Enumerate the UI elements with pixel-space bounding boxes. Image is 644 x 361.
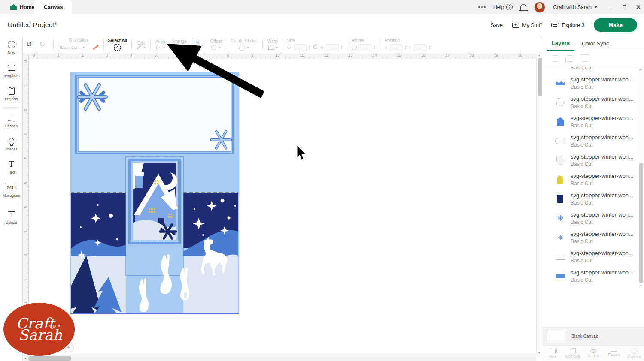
sidebar-item-text[interactable]: TText [0,156,23,179]
account-menu[interactable]: Craft with Sarah [553,4,598,10]
explore-label: Explore 3 [562,22,585,28]
layer-row[interactable]: ❋ svg-stepper-winter-won... Basic Cut [542,208,639,228]
more-menu-icon[interactable] [478,6,486,8]
slice-button[interactable]: Slice [542,346,563,361]
avatar[interactable] [534,2,545,13]
sidebar-item-projects[interactable]: Projects [0,82,23,105]
height-stepper[interactable]: ▲▼ [340,45,343,50]
layers-scrollbar[interactable]: ▲ ▼ [638,67,644,288]
canvas-vertical-scrollbar[interactable]: ▲ ▼ [536,53,542,355]
group-icon[interactable] [552,55,558,62]
tab-color-sync[interactable]: Color Sync [577,36,614,51]
save-button[interactable]: Save [491,22,503,28]
flatten-button[interactable]: Flatten [604,346,624,361]
rotate-input[interactable] [358,44,371,51]
make-button[interactable]: Make [594,18,637,32]
y-input[interactable] [414,44,427,51]
arrange-button[interactable]: Arrange [171,39,187,50]
select-all-button[interactable]: Select All [108,38,128,51]
layer-row[interactable]: svg-stepper-winter-won... Basic Cut [542,67,639,73]
attach-button[interactable]: Attach [583,346,604,361]
sidebar-item-images[interactable]: Images [0,132,23,156]
header: Untitled Project* Save My Stuff Explore … [0,14,644,36]
ruler-number: 5 [155,53,157,57]
canvas-area[interactable]: 0123456789101112 01234567891011121314151… [23,53,542,361]
ruler-number: 1 [58,53,60,57]
help-button[interactable]: Help ? [493,4,513,10]
combine-button[interactable]: Combine [563,346,583,361]
width-label: W [287,45,291,50]
x-stepper[interactable]: ▲▼ [404,45,407,50]
width-input[interactable] [294,44,307,51]
blank-canvas-row[interactable]: Blank Canvas [542,327,644,345]
rotate-stepper[interactable]: ▲▼ [373,45,375,50]
lock-icon[interactable] [313,46,317,49]
sidebar-item-templates[interactable]: Templates [0,59,23,82]
layer-row[interactable]: ❋ svg-stepper-winter-won... Basic Cut [542,228,639,247]
sidebar-item-new[interactable]: New [0,36,23,59]
layer-row[interactable]: svg-stepper-winter-won... Basic Cut [542,266,639,286]
width-stepper[interactable]: ▲▼ [308,45,310,50]
layers-actionbar: Slice Combine Attach Flatten Contour [542,345,644,361]
scroll-up-icon[interactable]: ▲ [538,54,541,57]
combine-icon [570,348,576,353]
layer-row[interactable]: svg-stepper-winter-won... Basic Cut [542,247,639,266]
scroll-up-icon[interactable]: ▲ [640,68,642,70]
layer-row[interactable]: svg-stepper-winter-won... Basic Cut [542,112,639,131]
x-input[interactable] [390,44,403,51]
warp-button[interactable]: Warp [267,39,278,50]
layer-operation: Basic Cut [571,200,633,206]
layer-row[interactable]: svg-stepper-winter-won... Basic Cut [542,286,639,288]
canvas-horizontal-scrollbar[interactable]: ◄ [23,355,536,361]
scroll-left-icon[interactable]: ◄ [24,357,27,360]
pen-color-icon[interactable] [92,45,98,50]
layer-row[interactable]: svg-stepper-winter-won... Basic Cut [542,150,639,170]
duplicate-icon[interactable] [567,55,573,62]
scroll-down-icon[interactable]: ▼ [640,285,642,287]
align-button[interactable]: Align [155,39,165,50]
sidebar-label: Images [6,147,18,151]
layer-row[interactable]: svg-stepper-winter-won... Basic Cut [542,93,639,112]
rotate-group: Rotate ▲▼ [352,38,375,51]
y-stepper[interactable]: ▲▼ [428,45,431,50]
layer-row[interactable]: svg-stepper-winter-won... Basic Cut [542,189,639,208]
sidebar-item-shapes[interactable]: Shapes [0,109,23,132]
size-label: Size [287,38,295,43]
chevron-down-icon [594,6,598,8]
sidebar-item-upload[interactable]: Upload [0,206,23,229]
my-stuff-button[interactable]: My Stuff [512,22,542,28]
layer-operation: Basic Cut [571,219,633,225]
height-input[interactable] [326,44,339,51]
delete-icon[interactable] [582,55,588,62]
close-button[interactable] [636,5,641,9]
height-label: H [320,45,323,50]
align-label: Align [155,39,165,44]
offset-button[interactable]: Offset [210,39,222,50]
create-sticker-button[interactable]: Create Sticker [231,39,258,51]
operation-select[interactable]: Basic Cut [58,44,87,51]
layer-row[interactable]: svg-stepper-winter-won... Basic Cut [542,73,639,93]
sidebar-item-monogram[interactable]: M̲GMonogram [0,179,23,202]
redo-button[interactable]: ↻ [36,40,49,49]
slice-label: Slice [548,355,557,359]
layer-name: svg-stepper-winter-won... [571,192,633,199]
flip-button[interactable]: Flip [193,39,201,50]
layer-thumbnail [555,67,565,68]
undo-button[interactable]: ↺ [23,40,36,49]
scroll-down-icon[interactable]: ▼ [538,352,541,354]
tab-layers[interactable]: Layers [547,36,574,51]
tab-canvas[interactable]: Canvas [34,0,72,14]
offset-label: Offset [210,39,222,44]
explore-button[interactable]: Explore 3 [551,22,585,28]
notifications-bell-icon[interactable] [520,4,526,10]
contour-button[interactable]: Contour [624,346,644,361]
maximize-button[interactable] [623,5,626,9]
layer-row[interactable]: svg-stepper-winter-won... Basic Cut [542,131,639,150]
minimize-button[interactable] [609,7,613,8]
edit-button[interactable]: Edit [136,41,146,48]
layer-row[interactable]: svg-stepper-winter-won... Basic Cut [542,170,639,189]
flatten-icon [611,350,617,352]
card-design[interactable] [70,72,239,314]
chevron-down-icon [163,47,165,48]
layer-operation: Basic Cut [571,180,633,187]
